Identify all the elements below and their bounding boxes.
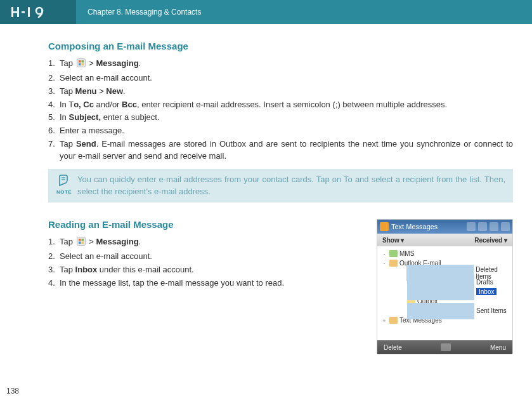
page-icon [407, 303, 474, 319]
svg-rect-10 [81, 63, 84, 66]
start-icon [77, 58, 86, 71]
pda-screenshot: Text Messages Show Received -MMS-Outlook… [377, 219, 513, 354]
step-item: 2.Select an e-mail account. [48, 251, 367, 263]
svg-rect-14 [79, 239, 81, 241]
pda-toolbar: Show Received [377, 234, 512, 246]
signal-icon [467, 222, 476, 231]
close-icon [501, 222, 510, 231]
tree-row[interactable]: Inbox [381, 287, 512, 296]
step-number: 5. [48, 112, 60, 124]
tree-twisty[interactable]: - [381, 251, 387, 257]
step-number: 4. [48, 277, 60, 289]
chapter-title: Chapter 8. Messaging & Contacts [76, 8, 201, 17]
pda-title-text: Text Messages [391, 223, 464, 230]
volume-icon [478, 222, 487, 231]
note-box: NOTE You can quickly enter e-mail addres… [48, 169, 513, 203]
note-icon: NOTE [51, 174, 77, 195]
svg-rect-15 [81, 239, 84, 241]
step-number: 6. [48, 125, 60, 137]
step-number: 1. [48, 236, 60, 249]
step-text: Tap > Messaging. [60, 236, 367, 249]
step-item: 5.In Subject, enter a subject. [48, 112, 513, 124]
svg-rect-6 [77, 59, 85, 67]
tree-twisty[interactable]: - [381, 260, 387, 267]
step-number: 3. [48, 264, 60, 276]
env-icon [389, 317, 398, 324]
header-bar: Chapter 8. Messaging & Contacts [0, 0, 532, 24]
start-icon [77, 237, 86, 249]
section1-steps: 1.Tap > Messaging.2.Select an e-mail acc… [48, 58, 513, 163]
page-body: Composing an E-mail Message 1.Tap > Mess… [0, 24, 532, 354]
pda-titlebar: Text Messages [377, 220, 512, 234]
step-item: 3.Tap Menu > New. [48, 86, 513, 98]
step-text: In To, Cc and/or Bcc, enter recipient e-… [60, 99, 513, 111]
svg-rect-7 [79, 60, 81, 63]
logo-glyph [11, 6, 57, 18]
svg-rect-16 [79, 242, 81, 244]
step-number: 1. [48, 58, 60, 71]
folder-tree: -MMS-Outlook E-mailDeleted ItemsDraftsIn… [377, 246, 512, 340]
phone-icon [389, 250, 398, 257]
step-item: 3.Tap Inbox under this e-mail account. [48, 264, 367, 276]
svg-rect-3 [22, 11, 25, 13]
step-text: Select an e-mail account. [60, 72, 513, 84]
step-text: Select an e-mail account. [60, 251, 367, 263]
step-item: 6.Enter a message. [48, 125, 513, 137]
softkey-menu[interactable]: Menu [490, 344, 506, 351]
step-text: Tap Menu > New. [60, 86, 513, 98]
svg-rect-17 [81, 242, 84, 244]
step-number: 4. [48, 99, 60, 111]
page-icon [407, 284, 474, 300]
step-number: 2. [48, 72, 60, 84]
step-item: 4.In the message list, tap the e-mail me… [48, 277, 367, 289]
section2-steps: 1.Tap > Messaging.2.Select an e-mail acc… [48, 236, 367, 289]
step-number: 2. [48, 251, 60, 263]
tree-label: Inbox [476, 288, 496, 295]
step-item: 4.In To, Cc and/or Bcc, enter recipient … [48, 99, 513, 111]
svg-rect-8 [81, 60, 84, 63]
step-item: 7.Tap Send. E-mail messages are stored i… [48, 138, 513, 163]
tree-label: Sent Items [476, 307, 507, 314]
pda-softkeys: Delete Menu [377, 340, 512, 354]
show-dropdown[interactable]: Show [382, 237, 404, 244]
logo [0, 0, 76, 24]
section1-title: Composing an E-mail Message [48, 41, 513, 51]
step-text: Tap > Messaging. [60, 58, 513, 71]
step-text: In the message list, tap the e-mail mess… [60, 277, 367, 289]
svg-rect-2 [11, 11, 19, 13]
tree-row[interactable]: -MMS [381, 249, 512, 258]
step-number: 7. [48, 138, 60, 163]
tree-label: Deleted Items [476, 266, 512, 280]
start-flag-icon [380, 222, 389, 231]
tree-twisty[interactable]: + [381, 317, 387, 324]
step-text: Enter a message. [60, 125, 513, 137]
battery-icon [490, 222, 498, 231]
step-number: 3. [48, 86, 60, 98]
step-item: 2.Select an e-mail account. [48, 72, 513, 84]
step-text: Tap Inbox under this e-mail account. [60, 264, 367, 276]
step-text: In Subject, enter a subject. [60, 112, 513, 124]
step-item: 1.Tap > Messaging. [48, 236, 367, 249]
page-number: 138 [6, 387, 19, 395]
step-text: Tap Send. E-mail messages are stored in … [60, 138, 513, 163]
softkey-delete[interactable]: Delete [384, 344, 402, 351]
svg-rect-13 [77, 237, 85, 246]
keyboard-icon[interactable] [441, 343, 451, 351]
svg-rect-9 [79, 63, 81, 66]
step-item: 1.Tap > Messaging. [48, 58, 513, 71]
svg-rect-4 [28, 7, 30, 17]
env-icon [389, 260, 398, 267]
tree-label: Drafts [476, 279, 493, 286]
section2-title: Reading an E-mail Message [48, 219, 367, 230]
note-text: You can quickly enter e-mail addresses f… [77, 174, 505, 198]
tree-row[interactable]: Sent Items [381, 306, 512, 316]
tree-label: MMS [399, 250, 414, 257]
note-label: NOTE [56, 189, 72, 195]
received-dropdown[interactable]: Received [474, 237, 507, 244]
